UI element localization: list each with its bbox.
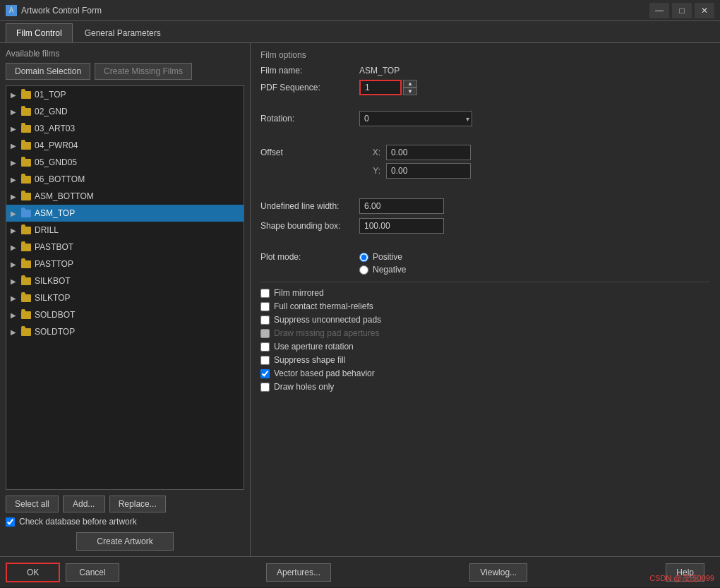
- film-label: DRILL: [35, 225, 59, 235]
- film-arrow-icon: ▶: [11, 260, 19, 268]
- draw_holes-checkbox[interactable]: [260, 383, 270, 392]
- plot-positive-label: Positive: [373, 252, 402, 262]
- pdf-sequence-label: PDF Sequence:: [260, 83, 359, 92]
- draw_missing-checkbox: [260, 329, 270, 338]
- pdf-seq-wrap: ▲ ▼: [359, 80, 417, 95]
- full_contact-checkbox[interactable]: [260, 302, 270, 311]
- film-arrow-icon: ▶: [11, 142, 19, 150]
- folder-icon: [20, 107, 32, 116]
- tab-bar: Film Control General Parameters: [0, 21, 720, 43]
- suppress_shape-checkbox[interactable]: [260, 356, 270, 365]
- film-label: SILKBOT: [35, 276, 71, 286]
- film_mirrored-label: Film mirrored: [274, 288, 324, 298]
- film-item[interactable]: ▶03_ART03: [6, 120, 244, 137]
- folder-icon: [20, 311, 32, 319]
- tab-general-parameters[interactable]: General Parameters: [74, 23, 172, 42]
- film-item[interactable]: ▶ASM_TOP: [6, 205, 244, 222]
- film-item[interactable]: ▶06_BOTTOM: [6, 171, 244, 188]
- folder-icon: [20, 124, 32, 133]
- offset-x-label: X:: [359, 148, 380, 157]
- minimize-button[interactable]: —: [649, 3, 669, 18]
- divider: [260, 282, 710, 282]
- right-panel: Film options Film name: ASM_TOP PDF Sequ…: [251, 43, 720, 556]
- film-item[interactable]: ▶ASM_BOTTOM: [6, 188, 244, 205]
- plot-negative-label: Negative: [373, 265, 406, 275]
- offset-section: Offset X: Y:: [260, 145, 710, 179]
- domain-selection-button[interactable]: Domain Selection: [6, 63, 90, 80]
- checkbox-section: Film mirroredFull contact thermal-relief…: [260, 288, 710, 392]
- film-item[interactable]: ▶PASTBOT: [6, 239, 244, 256]
- film-item[interactable]: ▶DRILL: [6, 222, 244, 239]
- vector_based-checkbox[interactable]: [260, 369, 270, 378]
- maximize-button[interactable]: □: [672, 3, 692, 18]
- window-controls: — □ ✕: [649, 3, 714, 18]
- shape-bounding-box-label: Shape bounding box:: [260, 221, 359, 231]
- ok-button[interactable]: OK: [6, 563, 60, 582]
- film-item[interactable]: ▶SILKTOP: [6, 289, 244, 306]
- film-item[interactable]: ▶SOLDBOT: [6, 306, 244, 323]
- checkbox-row-film_mirrored: Film mirrored: [260, 288, 710, 298]
- film-label: PASTBOT: [35, 242, 73, 252]
- film-arrow-icon: ▶: [11, 176, 19, 184]
- film-label: SILKTOP: [35, 293, 70, 303]
- offset-y-input[interactable]: [386, 163, 471, 179]
- close-button[interactable]: ✕: [695, 3, 714, 18]
- rotation-row: Rotation: 0 90 180 270: [260, 111, 710, 126]
- film_mirrored-checkbox[interactable]: [260, 289, 270, 298]
- main-layout: Available films Domain Selection Create …: [0, 43, 720, 556]
- left-panel: Available films Domain Selection Create …: [0, 43, 251, 556]
- suppress_shape-label: Suppress shape fill: [274, 355, 345, 365]
- check-db-row: Check database before artwork: [6, 517, 244, 527]
- film-item[interactable]: ▶PASTTOP: [6, 256, 244, 272]
- apertures-button[interactable]: Apertures...: [266, 563, 331, 582]
- add-button[interactable]: Add...: [63, 496, 105, 512]
- rotation-select[interactable]: 0 90 180 270: [359, 111, 472, 126]
- film-arrow-icon: ▶: [11, 91, 19, 99]
- app-icon: A: [6, 5, 17, 16]
- film-item[interactable]: ▶04_PWR04: [6, 137, 244, 154]
- film-label: 01_TOP: [35, 90, 66, 100]
- shape-bounding-box-input[interactable]: [359, 218, 444, 234]
- folder-icon: [20, 209, 32, 217]
- film-item[interactable]: ▶05_GND05: [6, 154, 244, 171]
- create-missing-films-button[interactable]: Create Missing Films: [95, 63, 192, 80]
- full_contact-label: Full contact thermal-reliefs: [274, 301, 373, 311]
- film-arrow-icon: ▶: [11, 244, 19, 251]
- tab-film-control[interactable]: Film Control: [6, 23, 73, 42]
- offset-y-label: Y:: [359, 166, 380, 176]
- checkbox-row-full_contact: Full contact thermal-reliefs: [260, 301, 710, 311]
- plot-positive-radio[interactable]: [359, 253, 368, 262]
- folder-icon: [20, 192, 32, 200]
- undefined-line-width-input[interactable]: [359, 198, 444, 214]
- offset-x-input[interactable]: [386, 145, 471, 160]
- replace-button[interactable]: Replace...: [109, 496, 166, 512]
- check-db-label: Check database before artwork: [19, 517, 137, 527]
- vector_based-label: Vector based pad behavior: [274, 368, 375, 378]
- film-item[interactable]: ▶01_TOP: [6, 86, 244, 103]
- window-title: Artwork Control Form: [21, 6, 649, 16]
- viewlog-button[interactable]: Viewlog...: [469, 563, 527, 582]
- film-label: SOLDTOP: [35, 327, 75, 337]
- film-label: 04_PWR04: [35, 140, 78, 150]
- film-label: 06_BOTTOM: [35, 174, 85, 184]
- film-arrow-icon: ▶: [11, 125, 19, 133]
- pdf-seq-spinners: ▲ ▼: [403, 80, 417, 95]
- check-db-checkbox[interactable]: [6, 517, 15, 527]
- film-name-label: Film name:: [260, 66, 359, 76]
- use_aperture-checkbox[interactable]: [260, 342, 270, 352]
- pdf-sequence-input[interactable]: [359, 80, 402, 95]
- select-all-button[interactable]: Select all: [6, 496, 59, 512]
- plot-negative-radio[interactable]: [359, 265, 368, 275]
- film-item[interactable]: ▶02_GND: [6, 103, 244, 120]
- film-item[interactable]: ▶SILKBOT: [6, 272, 244, 289]
- cancel-button[interactable]: Cancel: [66, 563, 119, 582]
- film-arrow-icon: ▶: [11, 108, 19, 116]
- film-arrow-icon: ▶: [11, 159, 19, 167]
- pdf-seq-down-button[interactable]: ▼: [403, 88, 417, 95]
- pdf-seq-up-button[interactable]: ▲: [403, 80, 417, 88]
- shape-bounding-box-row: Shape bounding box:: [260, 218, 710, 234]
- create-artwork-button[interactable]: Create Artwork: [76, 532, 173, 551]
- suppress_unconnected-checkbox[interactable]: [260, 316, 270, 325]
- folder-icon: [20, 141, 32, 150]
- film-item[interactable]: ▶SOLDTOP: [6, 323, 244, 340]
